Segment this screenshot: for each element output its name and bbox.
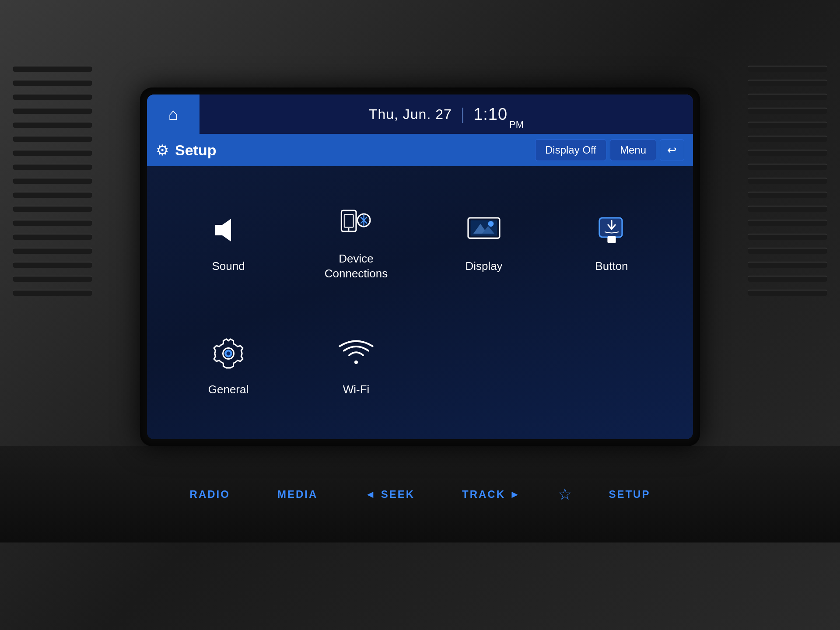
ampm-display: PM: [509, 119, 524, 130]
svg-marker-0: [215, 219, 231, 242]
page-title: Setup: [175, 142, 535, 159]
device-connections-menu-item[interactable]: DeviceConnections: [292, 179, 420, 303]
favorite-button[interactable]: ☆: [558, 485, 572, 504]
svg-rect-14: [607, 236, 616, 243]
vent-left: [13, 66, 92, 328]
wifi-label: Wi-Fi: [343, 382, 370, 397]
track-forward-button[interactable]: TRACK ►: [452, 483, 532, 506]
button-icon: [588, 208, 636, 252]
display-icon: [460, 208, 508, 252]
radio-button[interactable]: RADIO: [179, 483, 241, 506]
back-icon: ↩: [667, 144, 677, 157]
menu-button[interactable]: Menu: [610, 139, 656, 161]
screen: ⌂ Thu, Jun. 27 | 1:10 PM ⚙ Setup Display…: [147, 94, 693, 439]
device-connections-icon: [332, 201, 380, 245]
display-menu-item[interactable]: Display: [420, 179, 548, 303]
screen-bezel: ⌂ Thu, Jun. 27 | 1:10 PM ⚙ Setup Display…: [140, 88, 700, 446]
device-connections-label: DeviceConnections: [325, 252, 388, 281]
setup-button[interactable]: SETUP: [598, 483, 661, 506]
display-off-button[interactable]: Display Off: [535, 139, 606, 161]
general-label: General: [208, 382, 249, 397]
car-surround: ⌂ Thu, Jun. 27 | 1:10 PM ⚙ Setup Display…: [0, 0, 840, 630]
back-button[interactable]: ↩: [660, 139, 684, 161]
sound-label: Sound: [212, 259, 245, 274]
bottom-controls-strip: RADIO MEDIA ◄ SEEK TRACK ► ☆ SETUP: [0, 446, 840, 542]
button-menu-item[interactable]: Button: [548, 179, 676, 303]
setup-gear-icon: ⚙: [156, 141, 169, 159]
display-label: Display: [465, 259, 502, 274]
datetime-divider: |: [461, 105, 465, 123]
wifi-icon: [332, 332, 380, 375]
sound-menu-item[interactable]: Sound: [164, 179, 292, 303]
sound-icon: [204, 208, 252, 252]
svg-point-12: [488, 221, 494, 227]
general-icon: [204, 332, 252, 375]
general-menu-item[interactable]: General: [164, 303, 292, 426]
title-buttons: Display Off Menu ↩: [535, 139, 684, 161]
home-icon: ⌂: [168, 105, 178, 124]
date-display: Thu, Jun. 27: [369, 106, 452, 122]
top-bar: ⌂ Thu, Jun. 27 | 1:10 PM: [147, 94, 693, 134]
button-label: Button: [595, 259, 628, 274]
home-button[interactable]: ⌂: [147, 94, 200, 134]
media-button[interactable]: MEDIA: [267, 483, 328, 506]
seek-back-button[interactable]: ◄ SEEK: [354, 483, 425, 506]
main-grid: Sound: [147, 166, 693, 439]
svg-point-18: [354, 360, 358, 364]
datetime-area: Thu, Jun. 27 | 1:10 PM: [200, 94, 693, 134]
time-display: 1:10: [473, 105, 508, 124]
wifi-menu-item[interactable]: Wi-Fi: [292, 303, 420, 426]
svg-point-17: [227, 352, 231, 356]
vent-right: [748, 66, 827, 328]
svg-rect-2: [344, 215, 354, 228]
title-bar: ⚙ Setup Display Off Menu ↩: [147, 134, 693, 166]
